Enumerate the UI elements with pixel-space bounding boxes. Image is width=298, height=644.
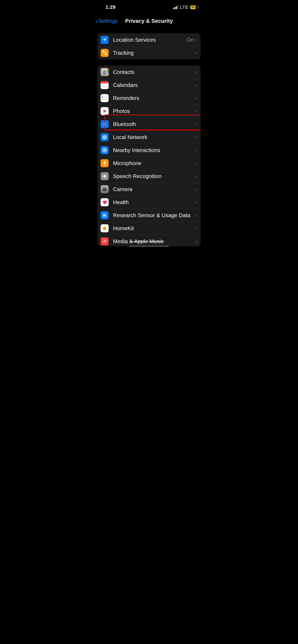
chevron-left-icon: ‹: [95, 17, 98, 25]
row-contacts[interactable]: Contacts ›: [97, 66, 201, 78]
svg-rect-1: [105, 54, 106, 55]
row-media[interactable]: Media & Apple Music ›: [97, 235, 201, 246]
row-label: Contacts: [113, 69, 195, 75]
chevron-right-icon: ›: [195, 134, 197, 140]
waveform-icon: [101, 172, 109, 180]
row-label: Location Services: [113, 37, 187, 43]
chevron-right-icon: ›: [195, 186, 197, 193]
microphone-icon: [101, 159, 109, 167]
row-label: Tracking: [113, 50, 195, 56]
row-label: Media & Apple Music: [113, 238, 195, 244]
svg-point-19: [103, 215, 104, 216]
chevron-right-icon: ›: [195, 160, 197, 166]
research-icon: [101, 211, 109, 219]
network-label: LTE: [180, 5, 189, 10]
row-homekit[interactable]: HomeKit ›: [97, 222, 201, 235]
nearby-icon: [101, 146, 109, 154]
home-icon: [101, 224, 109, 232]
svg-point-21: [105, 215, 106, 216]
row-label: Nearby Interactions: [113, 147, 195, 153]
row-label: Microphone: [113, 160, 195, 166]
row-microphone[interactable]: Microphone ›: [97, 157, 201, 170]
camera-icon: [101, 185, 109, 193]
row-research-sensor[interactable]: Research Sensor & Usage Data ›: [97, 209, 201, 222]
chevron-right-icon: ›: [195, 82, 197, 88]
row-label: Reminders: [113, 95, 195, 101]
svg-point-13: [104, 150, 105, 150]
back-button[interactable]: ‹ Settings: [95, 17, 118, 25]
row-location-services[interactable]: Location Services On ›: [97, 33, 201, 46]
settings-group-2: Contacts › Calendars ›: [97, 66, 201, 246]
row-local-network[interactable]: Local Network ›: [97, 131, 201, 144]
calendar-icon: [101, 81, 109, 89]
row-label: Research Sensor & Usage Data: [113, 212, 195, 218]
photos-icon: [101, 107, 109, 115]
row-bluetooth[interactable]: Bluetooth ›: [97, 118, 201, 131]
row-reminders[interactable]: Reminders ›: [97, 92, 201, 104]
tracking-icon: [101, 49, 109, 57]
row-label: Local Network: [113, 134, 195, 140]
settings-group-1: Location Services On › Tracking ›: [97, 33, 201, 59]
svg-point-2: [103, 71, 105, 72]
chevron-right-icon: ›: [195, 95, 197, 102]
row-label: Bluetooth: [113, 121, 195, 127]
status-time: 1:29: [105, 4, 115, 10]
svg-point-20: [104, 215, 105, 216]
row-camera[interactable]: Camera ›: [97, 183, 201, 196]
chevron-right-icon: ›: [195, 173, 197, 180]
chevron-right-icon: ›: [195, 50, 197, 56]
chevron-right-icon: ›: [195, 69, 197, 76]
row-speech-recognition[interactable]: Speech Recognition ›: [97, 170, 201, 183]
row-value: On: [187, 37, 194, 43]
location-arrow-icon: [101, 36, 109, 44]
reminders-icon: [101, 94, 109, 102]
signal-icon: [173, 6, 178, 9]
svg-rect-0: [103, 51, 104, 52]
home-indicator[interactable]: [129, 246, 169, 246]
row-label: HomeKit: [113, 225, 195, 232]
chevron-right-icon: ›: [195, 121, 197, 128]
status-bar: 1:29 LTE 69: [93, 0, 205, 12]
row-health[interactable]: Health ›: [97, 196, 201, 209]
row-nearby-interactions[interactable]: Nearby Interactions ›: [97, 144, 201, 157]
nav-header: ‹ Settings Privacy & Security: [93, 12, 205, 29]
chevron-right-icon: ›: [195, 225, 197, 232]
row-label: Photos: [113, 108, 195, 114]
globe-icon: [101, 133, 109, 141]
chevron-right-icon: ›: [195, 108, 197, 114]
row-photos[interactable]: Photos ›: [97, 104, 201, 118]
chevron-right-icon: ›: [195, 147, 197, 154]
chevron-right-icon: ›: [195, 238, 197, 245]
row-calendars[interactable]: Calendars ›: [97, 78, 201, 92]
bluetooth-icon: [101, 120, 109, 128]
row-label: Calendars: [113, 82, 195, 88]
back-label: Settings: [98, 18, 118, 24]
heart-icon: [101, 198, 109, 206]
row-label: Camera: [113, 186, 195, 192]
battery-icon: 69: [190, 5, 199, 9]
row-label: Health: [113, 199, 195, 205]
row-tracking[interactable]: Tracking ›: [97, 46, 201, 59]
chevron-right-icon: ›: [195, 36, 197, 43]
contacts-icon: [101, 68, 109, 76]
svg-point-18: [106, 189, 106, 189]
svg-rect-16: [104, 161, 105, 164]
music-icon: [101, 237, 109, 245]
chevron-right-icon: ›: [195, 199, 197, 206]
chevron-right-icon: ›: [195, 212, 197, 219]
row-label: Speech Recognition: [113, 173, 195, 179]
